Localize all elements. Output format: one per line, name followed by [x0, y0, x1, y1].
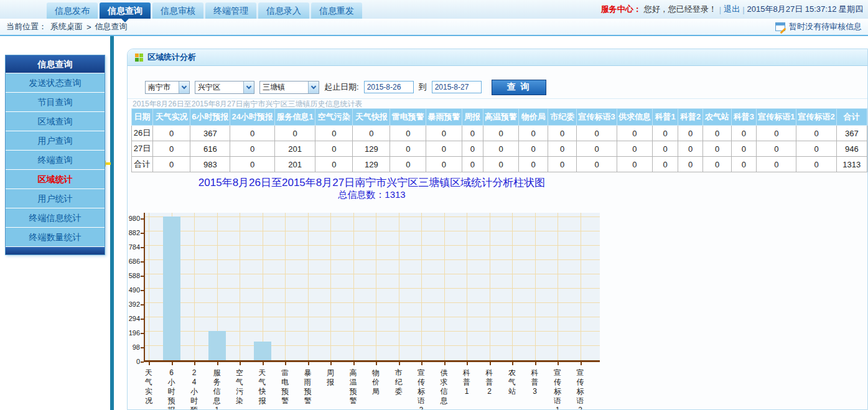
sidebar-item-3[interactable]: 区域查询: [6, 111, 105, 131]
district-select-value: 兴宁区: [195, 82, 243, 93]
table-cell: 0: [796, 157, 836, 172]
breadcrumb-home-link[interactable]: 系统桌面: [50, 21, 83, 32]
bar-服务信息1: [208, 331, 226, 360]
city-select[interactable]: 南宁市: [145, 81, 190, 94]
district-select[interactable]: 兴宁区: [195, 81, 254, 94]
x-axis-label: 空 气 污 染: [235, 368, 244, 406]
column-header: 天气快报: [353, 109, 390, 126]
table-cell: 201: [274, 157, 315, 172]
breadcrumb-current: 信息查询: [95, 21, 128, 32]
sidebar-divider[interactable]: [110, 36, 114, 410]
x-axis-label: 天 气 快 报: [258, 368, 267, 406]
table-cell: 0: [353, 126, 390, 141]
table-cell: 129: [353, 141, 390, 157]
sidebar-item-6[interactable]: 区域统计: [6, 169, 105, 189]
table-cell: 0: [153, 157, 190, 172]
x-axis-label: 科 普 2: [485, 368, 494, 396]
x-axis-label: 宣 传 标 语 1: [553, 368, 562, 410]
note-pencil-icon: [775, 22, 785, 31]
table-cell: 983: [190, 157, 230, 172]
column-header: 科普3: [731, 109, 757, 126]
tab-1[interactable]: 信息发布: [47, 2, 98, 19]
x-axis-label: 科 普 3: [531, 368, 539, 396]
table-cell: 0: [703, 157, 731, 172]
y-tick-label: 588: [127, 272, 140, 279]
column-header: 合计: [836, 109, 867, 126]
table-cell: 0: [548, 126, 576, 141]
y-tick-label: 980: [127, 215, 140, 222]
column-header: 24小时预报: [230, 109, 274, 126]
bar-天气快报: [254, 342, 271, 360]
tab-4[interactable]: 终端管理: [205, 2, 256, 19]
table-cell: 0: [653, 141, 678, 157]
column-header: 宣传标语1: [757, 109, 796, 126]
column-header: 日期: [132, 109, 153, 126]
y-tick-label: 784: [127, 243, 140, 251]
sidebar-item-5[interactable]: 终端查询: [6, 150, 105, 169]
section-title: 区域统计分析: [147, 52, 196, 63]
column-header: 服务信息1: [274, 109, 315, 126]
bar-chart: 098196294392490588686784882980天 气 实 况6 小…: [144, 213, 600, 362]
x-axis-label: 物 价 局: [371, 368, 380, 396]
separator: |: [719, 5, 721, 14]
city-select-value: 南宁市: [146, 82, 179, 93]
column-header: 天气实况: [153, 109, 190, 126]
x-axis-label: 高 温 预 警: [349, 368, 358, 406]
column-header: 暴雨预警: [426, 109, 462, 126]
column-header: 高温预警: [483, 109, 519, 126]
table-cell: 0: [796, 126, 836, 141]
chevron-down-icon[interactable]: [179, 82, 189, 93]
sidebar-item-2[interactable]: 节目查询: [6, 92, 105, 111]
sidebar-item-1[interactable]: 发送状态查询: [6, 73, 105, 92]
table-cell: 0: [757, 141, 796, 157]
tab-6[interactable]: 信息重发: [311, 2, 362, 19]
query-button[interactable]: 查 询: [492, 80, 546, 95]
column-header: 农气站: [703, 109, 731, 126]
sidebar-item-9[interactable]: 终端数量统计: [6, 227, 105, 246]
table-cell: 0: [757, 157, 796, 172]
tab-5[interactable]: 信息录入: [258, 2, 309, 19]
service-center-label: 服务中心：: [601, 4, 642, 15]
table-cell: 0: [577, 157, 617, 172]
town-select[interactable]: 三塘镇: [259, 81, 319, 94]
table-cell: 0: [315, 141, 353, 157]
filter-row: 南宁市 兴宁区 三塘镇 起止日期: 到 查 询: [145, 79, 546, 95]
table-cell: 0: [519, 141, 548, 157]
sidebar-item-4[interactable]: 用户查询: [6, 131, 105, 150]
table-cell: 0: [426, 141, 462, 157]
sidebar-item-8[interactable]: 终端信息统计: [6, 208, 105, 227]
y-tick-label: 196: [127, 329, 140, 337]
table-cell: 0: [315, 126, 353, 141]
table-cell: 367: [190, 126, 230, 141]
start-date-input[interactable]: [364, 81, 414, 93]
table-cell: 0: [678, 157, 703, 172]
column-header: 宣传标语3: [577, 109, 617, 126]
table-cell: 0: [519, 157, 548, 172]
tab-3[interactable]: 信息审核: [152, 2, 203, 19]
table-cell: 0: [483, 126, 519, 141]
row-label: 合计: [132, 157, 153, 172]
table-cell: 0: [390, 141, 426, 157]
column-header: 供求信息: [617, 109, 653, 126]
column-header: 雷电预警: [390, 109, 426, 126]
table-cell: 0: [315, 157, 353, 172]
table-cell: 0: [274, 126, 315, 141]
sidebar-item-7[interactable]: 用户统计: [6, 189, 105, 208]
table-cell: 0: [653, 157, 678, 172]
tab-2[interactable]: 信息查询: [100, 2, 151, 19]
column-header: 市纪委: [548, 109, 576, 126]
chevron-down-icon[interactable]: [243, 82, 254, 93]
x-axis-label: 周 报: [326, 368, 335, 387]
end-date-input[interactable]: [432, 81, 482, 93]
table-cell: 0: [153, 126, 190, 141]
chevron-down-icon[interactable]: [308, 82, 319, 93]
to-label: 到: [419, 82, 427, 93]
column-header: 科普2: [678, 109, 703, 126]
table-cell: 0: [703, 141, 731, 157]
page: 信息发布信息查询信息审核终端管理信息录入信息重发 服务中心： 您好，您已经登录！…: [0, 0, 868, 410]
audit-notice: 暂时没有待审核信息: [775, 21, 862, 32]
chart-plot-area: [144, 213, 600, 362]
table-cell: 201: [274, 141, 315, 157]
x-axis-label: 供 求 信 息: [440, 368, 449, 406]
logout-link[interactable]: 退出: [724, 4, 740, 15]
